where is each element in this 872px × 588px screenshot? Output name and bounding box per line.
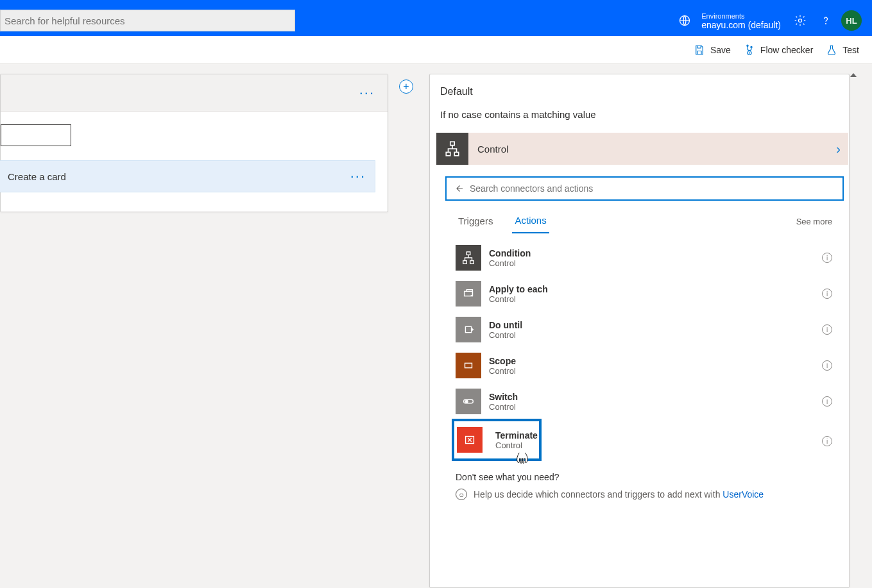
- test-label: Test: [842, 45, 859, 55]
- connector-search-input[interactable]: [465, 183, 836, 194]
- create-card-label: Create a card: [8, 171, 66, 182]
- action-do-until[interactable]: Do untilControl i: [456, 312, 839, 348]
- action-toolbar: Save Flow checker Test: [0, 36, 872, 64]
- action-name: Apply to each: [489, 284, 548, 294]
- info-icon[interactable]: i: [822, 436, 832, 446]
- save-button[interactable]: Save: [694, 44, 731, 56]
- case-card: ··· Create a card ···: [0, 74, 388, 212]
- control-connector-icon: [436, 133, 468, 165]
- svg-rect-9: [466, 252, 470, 255]
- panel-title: Default: [430, 86, 849, 109]
- smile-icon: ☺: [456, 489, 467, 500]
- global-search-input[interactable]: [4, 15, 291, 26]
- action-sub: Control: [489, 294, 548, 304]
- apply-each-icon: [456, 281, 481, 307]
- connector-search[interactable]: [445, 176, 844, 201]
- scroll-up-icon[interactable]: [850, 73, 857, 77]
- case-card-body: Create a card ···: [1, 112, 388, 212]
- do-until-icon: [456, 317, 481, 342]
- tab-actions[interactable]: Actions: [512, 210, 549, 233]
- svg-rect-8: [454, 152, 459, 155]
- environment-value: enayu.com (default): [701, 21, 781, 29]
- action-name: Condition: [489, 248, 531, 258]
- info-icon[interactable]: i: [822, 289, 832, 299]
- action-sub: Control: [489, 330, 522, 340]
- action-sub: Control: [489, 258, 531, 268]
- flow-checker-button[interactable]: Flow checker: [744, 44, 813, 56]
- back-arrow-icon[interactable]: [453, 183, 465, 194]
- uservoice-link[interactable]: UserVoice: [722, 489, 764, 500]
- window-top-strip: [0, 0, 872, 5]
- add-step-button[interactable]: +: [399, 80, 413, 94]
- help-icon[interactable]: [813, 8, 839, 33]
- settings-icon[interactable]: [787, 8, 813, 33]
- action-sub: Control: [495, 441, 538, 450]
- scope-icon: [456, 353, 481, 378]
- svg-point-1: [799, 19, 802, 22]
- chevron-right-icon[interactable]: ›: [836, 142, 848, 156]
- action-name: Terminate: [495, 430, 538, 441]
- switch-icon: [456, 389, 481, 414]
- panel-description: If no case contains a matching value: [430, 109, 849, 133]
- case-card-header[interactable]: ···: [1, 74, 388, 112]
- action-terminate[interactable]: TerminateControl i: [456, 419, 839, 463]
- svg-rect-13: [465, 363, 472, 367]
- global-search[interactable]: [0, 10, 295, 31]
- connector-header[interactable]: Control ›: [436, 133, 848, 165]
- svg-point-15: [465, 400, 468, 403]
- terminate-icon: [457, 427, 483, 453]
- svg-rect-10: [463, 261, 467, 264]
- create-card-action[interactable]: Create a card ···: [0, 160, 375, 192]
- connector-tabs: Triggers Actions See more: [430, 201, 849, 233]
- environment-icon[interactable]: [672, 8, 697, 33]
- help-question: Don't see what you need?: [456, 472, 839, 482]
- create-card-menu-icon[interactable]: ···: [350, 168, 366, 185]
- action-name: Switch: [489, 392, 518, 402]
- case-value-input[interactable]: [1, 124, 71, 146]
- svg-rect-11: [470, 261, 474, 264]
- help-section: Don't see what you need? ☺ Help us decid…: [430, 463, 849, 507]
- condition-icon: [456, 245, 481, 271]
- info-icon[interactable]: i: [822, 324, 832, 335]
- action-switch[interactable]: SwitchControl i: [456, 383, 839, 419]
- environment-picker[interactable]: Environments enayu.com (default): [697, 12, 787, 29]
- actions-list: ConditionControl i Apply to eachControl …: [430, 233, 849, 463]
- app-header: Environments enayu.com (default) HL: [0, 5, 872, 36]
- save-label: Save: [710, 45, 731, 55]
- action-name: Do until: [489, 320, 522, 330]
- see-more-link[interactable]: See more: [796, 217, 832, 226]
- svg-rect-6: [450, 142, 455, 145]
- info-icon[interactable]: i: [822, 360, 832, 371]
- case-card-menu-icon[interactable]: ···: [354, 82, 380, 104]
- action-sub: Control: [489, 366, 516, 376]
- action-apply-to-each[interactable]: Apply to eachControl i: [456, 276, 839, 312]
- test-button[interactable]: Test: [826, 44, 859, 56]
- info-icon[interactable]: i: [822, 396, 832, 407]
- flow-canvas: ··· Create a card ··· + Default If no ca…: [0, 64, 872, 588]
- help-text: Help us decide which connectors and trig…: [474, 489, 722, 500]
- svg-rect-7: [446, 152, 450, 155]
- default-case-panel: Default If no case contains a matching v…: [429, 74, 850, 588]
- svg-point-2: [826, 24, 826, 24]
- environment-label: Environments: [701, 12, 781, 21]
- action-name: Scope: [489, 356, 516, 366]
- action-sub: Control: [489, 402, 518, 412]
- info-icon[interactable]: i: [822, 253, 832, 263]
- action-scope[interactable]: ScopeControl i: [456, 348, 839, 383]
- help-line: ☺ Help us decide which connectors and tr…: [456, 489, 839, 500]
- connector-name: Control: [468, 144, 836, 155]
- terminate-highlight: TerminateControl: [452, 419, 542, 461]
- action-condition[interactable]: ConditionControl i: [456, 240, 839, 276]
- user-avatar[interactable]: HL: [841, 10, 862, 31]
- flow-checker-label: Flow checker: [760, 45, 813, 55]
- tab-triggers[interactable]: Triggers: [456, 210, 495, 233]
